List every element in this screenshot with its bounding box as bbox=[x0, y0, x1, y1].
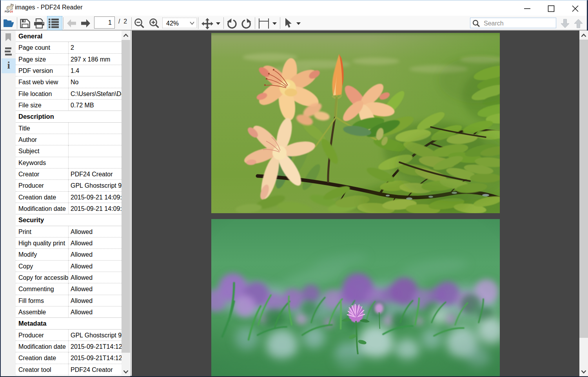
svg-text:PDF24: PDF24 bbox=[5, 10, 13, 13]
